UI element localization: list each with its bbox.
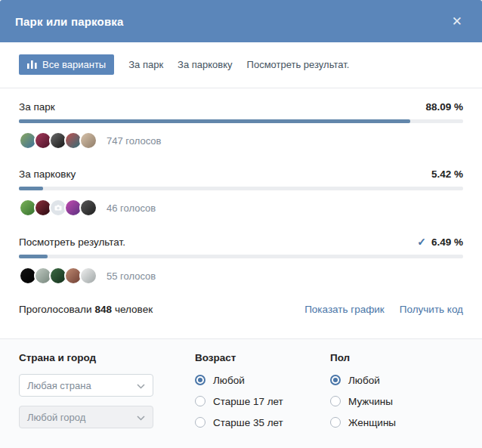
poll-results: За парк ✓ 88.09 % 747 голосов За парковк… [0,88,482,338]
dialog-header: Парк или парковка ✕ [0,0,482,42]
tab-for-parking[interactable]: За парковку [178,54,233,75]
radio-icon [195,417,205,428]
voter-avatar[interactable] [79,267,97,285]
tab-label: Посмотреть результат. [247,59,350,70]
poll-dialog: Парк или парковка ✕ Все варианты За парк… [0,0,482,448]
gender-radio-women[interactable]: Женщины [330,416,463,428]
tab-label: За парк [128,59,163,70]
radio-icon [195,375,205,385]
voter-avatar[interactable] [79,199,97,217]
voter-avatars[interactable] [19,199,97,217]
close-icon[interactable]: ✕ [447,12,467,31]
filters-panel: Страна и город Любая страна Любой город … [0,338,482,448]
voter-avatar[interactable] [79,131,97,150]
progress-bar-fill [19,255,48,258]
age-radio-over-35[interactable]: Старше 35 лет [195,416,330,428]
gender-filter: Пол Любой Мужчины Женщины [330,352,463,448]
radio-icon [330,417,341,428]
progress-bar-fill [19,119,410,123]
poll-tabs: Все варианты За парк За парковку Посмотр… [0,42,482,88]
tab-label: Все варианты [42,59,106,70]
poll-option: За парковку ✓ 5.42 % 46 голосов [19,168,463,217]
city-select[interactable]: Любой город [19,406,153,428]
radio-icon [330,396,341,406]
gender-radio-any[interactable]: Любой [330,374,463,386]
location-filter-title: Страна и город [19,352,195,363]
voted-summary: Проголосовали848человек [19,304,153,315]
option-percent: ✓ 5.42 % [431,168,463,180]
check-icon: ✓ [417,236,426,248]
chevron-down-icon [137,412,145,423]
tab-for-park[interactable]: За парк [128,54,163,75]
age-radio-any[interactable]: Любой [195,374,330,386]
age-filter: Возраст Любой Старше 17 лет Старше 35 ле… [195,352,330,448]
option-percent: ✓ 6.49 % [417,236,463,248]
progress-bar [19,119,463,123]
progress-bar [19,255,463,258]
gender-radio-men[interactable]: Мужчины [330,395,463,407]
progress-bar-fill [19,187,43,190]
option-label: Посмотреть результат. [19,236,125,248]
voter-avatars[interactable] [19,267,97,285]
chevron-down-icon [137,380,145,391]
age-radio-over-17[interactable]: Старше 17 лет [195,395,330,407]
summary-row: Проголосовали848человек Показать график … [19,304,463,315]
age-filter-title: Возраст [195,352,330,363]
radio-icon [195,396,205,406]
voter-avatars[interactable] [19,131,97,150]
country-select[interactable]: Любая страна [19,374,153,397]
votes-count: 747 голосов [107,135,161,147]
tab-view-result[interactable]: Посмотреть результат. [247,54,350,75]
option-label: За парковку [19,168,76,180]
bar-chart-icon [27,60,37,69]
option-percent: ✓ 88.09 % [425,101,463,113]
tab-all-options[interactable]: Все варианты [19,54,114,75]
votes-count: 55 голосов [107,270,156,282]
show-chart-link[interactable]: Показать график [304,304,385,315]
progress-bar [19,187,463,190]
tab-label: За парковку [178,59,233,70]
option-label: За парк [19,101,55,113]
get-code-link[interactable]: Получить код [400,304,463,315]
location-filter: Страна и город Любая страна Любой город [19,352,195,448]
gender-filter-title: Пол [330,352,463,363]
dialog-title: Парк или парковка [15,15,124,28]
votes-count: 46 голосов [107,202,156,214]
radio-icon [330,375,341,385]
poll-option: За парк ✓ 88.09 % 747 голосов [19,101,463,150]
poll-option: Посмотреть результат. ✓ 6.49 % 55 голосо… [19,236,463,285]
